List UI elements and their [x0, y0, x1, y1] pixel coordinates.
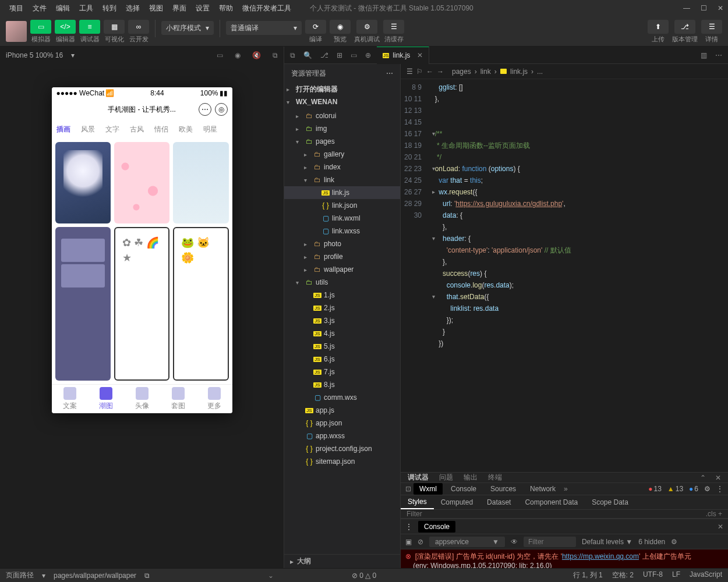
maximize-icon[interactable]: ☐ — [701, 4, 707, 12]
clear-cache-button[interactable]: ☰ — [383, 20, 404, 34]
category-tab[interactable]: 风景 — [81, 125, 95, 134]
visualize-button[interactable]: ▦ — [104, 20, 125, 34]
tree-item[interactable]: ▢app.wxss — [284, 430, 400, 442]
status-item[interactable]: UTF-8 — [643, 570, 663, 580]
sources-tab[interactable]: Sources — [485, 483, 522, 495]
thumb[interactable] — [173, 227, 228, 381]
eye-icon[interactable]: 👁 — [511, 538, 518, 546]
debugger-button[interactable]: ≡ — [79, 20, 100, 34]
tree-item[interactable]: JS2.js — [284, 301, 400, 314]
record-icon[interactable]: ◉ — [235, 51, 241, 59]
tree-item[interactable]: ▸🗀img — [284, 122, 400, 135]
tree-item[interactable]: ▸🗀photo — [284, 237, 400, 250]
tree-item[interactable]: ▾🗀utils — [284, 276, 400, 289]
tree-item[interactable]: ▾🗀link — [284, 173, 400, 186]
problems-tab[interactable]: 问题 — [439, 473, 453, 482]
mute-icon[interactable]: 🔇 — [252, 51, 261, 59]
tree-item[interactable]: JSlink.js — [284, 186, 400, 199]
context-select[interactable]: appservice▼ — [429, 537, 505, 547]
more-tabs-icon[interactable]: » — [564, 485, 568, 493]
tree-item[interactable]: { }project.config.json — [284, 442, 400, 455]
forward-icon[interactable]: → — [437, 68, 444, 76]
tree-item[interactable]: JS1.js — [284, 289, 400, 301]
tree-item[interactable]: JSapp.js — [284, 404, 400, 417]
menu-item[interactable]: 项目 — [5, 2, 28, 15]
avatar[interactable] — [6, 21, 27, 42]
menu-icon[interactable]: ⋯ — [199, 103, 211, 116]
menu-icon[interactable]: ⋮ — [405, 523, 412, 531]
minimize-icon[interactable]: — — [683, 4, 690, 12]
breadcrumb[interactable]: ☰ ⚐ ← → pages › link › JSlink.js › ... — [401, 64, 728, 79]
list-icon[interactable]: ☰ — [407, 68, 413, 76]
outline-section[interactable]: ▸大纲 — [284, 554, 400, 568]
close-icon[interactable]: ✕ — [718, 523, 723, 531]
styles-filter[interactable]: Filter — [407, 510, 422, 518]
tree-item[interactable]: ▢link.wxml — [284, 212, 400, 225]
debugger-tab[interactable]: 调试器 — [408, 473, 429, 482]
wallpaper-grid[interactable] — [52, 139, 232, 384]
simulator-button[interactable]: ▭ — [30, 20, 51, 34]
tree-item[interactable]: { }app.json — [284, 417, 400, 430]
tree-item[interactable]: ▸🗀wallpaper — [284, 263, 400, 276]
bookmark-icon[interactable]: ⚐ — [416, 68, 423, 76]
tree-item[interactable]: ▸🗀profile — [284, 250, 400, 263]
preview-button[interactable]: ◉ — [330, 20, 351, 34]
tree-item[interactable]: JS4.js — [284, 327, 400, 340]
tree-item[interactable]: ▢comm.wxs — [284, 391, 400, 404]
tree-item[interactable]: { }sitemap.json — [284, 455, 400, 468]
tabbar-item[interactable]: 潮图 — [88, 385, 124, 413]
thumb[interactable] — [55, 142, 111, 223]
debug-icon[interactable]: ▭ — [351, 51, 357, 59]
tree-item[interactable]: JS8.js — [284, 378, 400, 391]
wxml-tab[interactable]: Wxml — [414, 483, 443, 495]
network-tab[interactable]: Network — [524, 483, 561, 495]
console-output[interactable]: ⊗ [渲染层错误] 广告单元 id(unit-id) 为空，请先在 'https… — [401, 549, 728, 568]
open-editors-section[interactable]: ▸打开的编辑器 — [284, 83, 400, 95]
compile-select[interactable]: 普通编译▾ — [226, 21, 302, 35]
explorer-icon[interactable]: ⧉ — [290, 51, 295, 59]
phone-tabbar[interactable]: 文案潮图头像套图更多 — [52, 384, 232, 413]
menu-item[interactable]: 帮助 — [214, 2, 238, 15]
device-label[interactable]: iPhone 5 100% 16 — [6, 51, 63, 59]
status-item[interactable]: 空格: 2 — [612, 570, 634, 580]
tree-item[interactable]: ▢link.wxss — [284, 225, 400, 237]
ext-icon[interactable]: ⊕ — [365, 51, 371, 59]
menu-item[interactable]: 视图 — [144, 2, 168, 15]
compile-button[interactable]: ⟳ — [305, 20, 326, 34]
status-item[interactable]: 行 1, 列 1 — [573, 570, 603, 580]
remote-debug-button[interactable]: ⚙ — [356, 20, 377, 34]
tabbar-item[interactable]: 文案 — [52, 385, 88, 413]
mode-select[interactable]: 小程序模式▾ — [161, 21, 214, 35]
version-button[interactable]: ⎇ — [674, 20, 695, 34]
menu-item[interactable]: 工具 — [75, 2, 98, 15]
console-tab[interactable]: Console — [445, 483, 482, 495]
menu-item[interactable]: 文件 — [28, 2, 51, 15]
copy-icon[interactable]: ⧉ — [144, 572, 150, 580]
close-icon[interactable]: ✕ — [715, 474, 721, 482]
editor-tab[interactable]: JS link.js ✕ — [377, 47, 429, 64]
category-tab[interactable]: 欧美 — [179, 125, 193, 134]
status-item[interactable]: LF — [672, 570, 680, 580]
menu-icon[interactable]: ⋮ — [716, 485, 723, 493]
clear-icon[interactable]: ⊘ — [418, 538, 423, 546]
category-tab[interactable]: 文字 — [105, 125, 119, 134]
details-button[interactable]: ☰ — [701, 20, 722, 34]
tree-item[interactable]: ▸🗀gallery — [284, 148, 400, 161]
tree-item[interactable]: JS6.js — [284, 353, 400, 365]
menu-item[interactable]: 转到 — [98, 2, 121, 15]
code-editor[interactable]: 8 9 10 11 12 13 14 15 16 17 18 19 20 21 … — [401, 79, 728, 472]
category-tab[interactable]: 明星 — [203, 125, 217, 134]
tabbar-item[interactable]: 套图 — [160, 385, 196, 413]
thumb[interactable] — [114, 142, 169, 223]
tree-item[interactable]: JS3.js — [284, 314, 400, 327]
chevron-down-icon[interactable]: ⌄ — [268, 572, 274, 580]
terminal-tab[interactable]: 终端 — [488, 473, 502, 482]
copy-icon[interactable]: ⧉ — [273, 51, 278, 59]
category-tab[interactable]: 古风 — [130, 125, 144, 134]
cloud-button[interactable]: ∞ — [128, 20, 149, 34]
close-tab-icon[interactable]: ✕ — [417, 51, 423, 59]
gear-icon[interactable]: ⚙ — [671, 538, 677, 546]
git-icon[interactable]: ⎇ — [320, 51, 328, 59]
console-filter[interactable]: Filter — [524, 537, 576, 547]
back-icon[interactable]: ← — [426, 68, 433, 76]
